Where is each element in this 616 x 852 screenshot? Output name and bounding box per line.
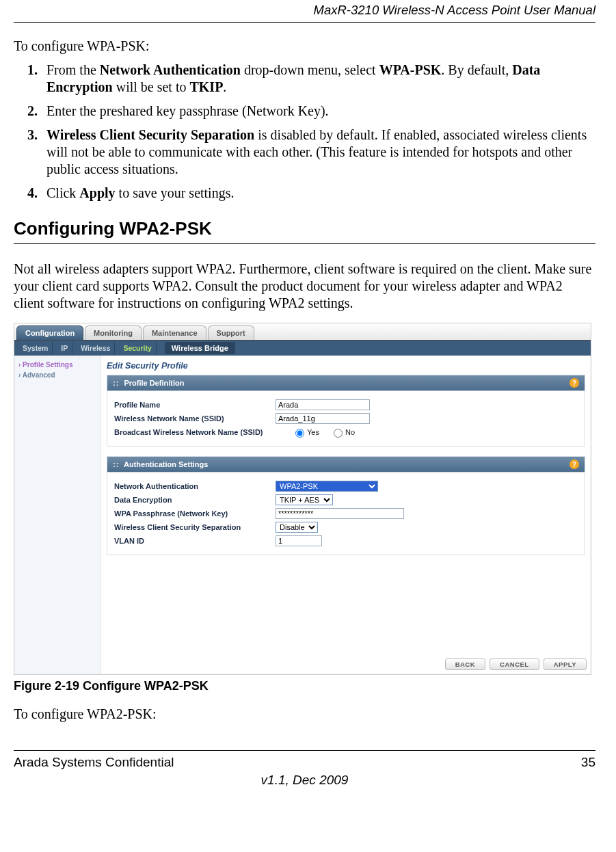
sidebar-item-label: Advanced <box>23 371 55 379</box>
text: From the <box>46 62 100 77</box>
input-vlan-id[interactable] <box>276 535 322 546</box>
bold: TKIP <box>189 79 223 94</box>
bold: Apply <box>79 185 115 200</box>
help-icon[interactable]: ? <box>570 460 579 469</box>
label-vlan-id: VLAN ID <box>114 537 276 545</box>
page-header: MaxR-3210 Wireless-N Access Point User M… <box>14 0 595 23</box>
step-4: Click Apply to save your settings. <box>41 185 595 202</box>
page-footer: Arada Systems Confidential 35 v1.1, Dec … <box>14 750 595 788</box>
step-1: From the Network Authentication drop-dow… <box>41 62 595 96</box>
label-data-encryption: Data Encryption <box>114 496 276 504</box>
label-network-auth: Network Authentication <box>114 482 276 490</box>
bold: Wireless Client Security Separation <box>46 127 254 142</box>
label-passphrase: WPA Passphrase (Network Key) <box>114 509 276 518</box>
back-button[interactable]: BACK <box>445 658 485 670</box>
subnav-ip[interactable]: IP <box>57 342 72 354</box>
footer-left: Arada Systems Confidential <box>14 755 174 770</box>
label-ssid: Wireless Network Name (SSID) <box>114 414 276 423</box>
text: Enter the preshared key passphrase (Netw… <box>46 103 329 118</box>
intro-wpa-psk: To configure WPA-PSK: <box>14 38 595 55</box>
bold: WPA-PSK <box>379 62 442 77</box>
page-number: 35 <box>581 755 595 770</box>
screenshot-window: Configuration Monitoring Maintenance Sup… <box>14 323 591 675</box>
help-icon[interactable]: ? <box>570 378 579 388</box>
radio-label: No <box>345 428 355 436</box>
select-client-separation[interactable]: Disable <box>276 522 318 533</box>
group-auth-settings: :: Authentication Settings ? Network Aut… <box>107 456 585 555</box>
section-heading: Configuring WPA2-PSK <box>14 218 595 244</box>
radio-broadcast-no[interactable]: No <box>330 427 355 438</box>
step-2: Enter the preshared key passphrase (Netw… <box>41 103 595 120</box>
wpa2-paragraph: Not all wireless adapters support WPA2. … <box>14 261 595 312</box>
radio-label: Yes <box>307 428 319 436</box>
intro-wpa2-psk: To configure WPA2-PSK: <box>14 706 595 723</box>
label-client-separation: Wireless Client Security Separation <box>114 523 276 531</box>
footer-version: v1.1, Dec 2009 <box>14 773 595 788</box>
tab-configuration[interactable]: Configuration <box>16 325 83 340</box>
step-3: Wireless Client Security Separation is d… <box>41 127 595 178</box>
text: drop-down menu, select <box>241 62 379 77</box>
input-profile-name[interactable] <box>276 399 370 410</box>
label-profile-name: Profile Name <box>114 401 276 409</box>
cancel-button[interactable]: CANCEL <box>490 658 539 670</box>
sidebar-item-profile-settings[interactable]: › Profile Settings <box>17 360 98 370</box>
text: will be set to <box>113 79 190 94</box>
subnav-wireless[interactable]: Wireless <box>77 342 115 354</box>
bold: Network Authentication <box>100 62 241 77</box>
text: Click <box>46 185 79 200</box>
sidebar-item-advanced[interactable]: › Advanced <box>17 370 98 380</box>
tab-support[interactable]: Support <box>208 325 254 340</box>
select-data-encryption[interactable]: TKIP + AES <box>276 494 333 505</box>
text: to save your settings. <box>116 185 235 200</box>
main-panel: Edit Security Profile :: Profile Definit… <box>101 356 591 674</box>
radio-broadcast-yes[interactable]: Yes <box>292 427 319 438</box>
steps-list: From the Network Authentication drop-dow… <box>14 62 595 202</box>
button-bar: BACK CANCEL APPLY <box>445 658 587 670</box>
select-network-auth[interactable]: WPA2-PSK <box>276 481 378 492</box>
sidebar-item-label: Profile Settings <box>23 361 72 369</box>
input-ssid[interactable] <box>276 413 370 424</box>
text: . By default, <box>441 62 512 77</box>
group-profile-definition: :: Profile Definition ? Profile Name Wir… <box>107 375 585 447</box>
panel-title: Edit Security Profile <box>107 361 585 371</box>
subnav-wireless-bridge[interactable]: Wireless Bridge <box>165 342 235 354</box>
group-title: :: Authentication Settings <box>113 460 208 468</box>
text: . <box>223 79 226 94</box>
apply-button[interactable]: APPLY <box>544 658 587 670</box>
subnav-system[interactable]: System <box>18 342 53 354</box>
tab-monitoring[interactable]: Monitoring <box>85 325 142 340</box>
left-sidebar: › Profile Settings › Advanced <box>14 356 101 674</box>
tab-maintenance[interactable]: Maintenance <box>143 325 206 340</box>
figure-caption: Figure 2-19 Configure WPA2-PSK <box>14 679 595 693</box>
input-passphrase[interactable] <box>276 508 404 519</box>
top-tabs: Configuration Monitoring Maintenance Sup… <box>14 323 591 341</box>
group-title: :: Profile Definition <box>113 379 184 387</box>
sub-nav: System IP Wireless Security Wireless Bri… <box>14 341 591 356</box>
label-broadcast: Broadcast Wireless Network Name (SSID) <box>114 428 292 436</box>
subnav-security[interactable]: Security <box>119 342 156 354</box>
